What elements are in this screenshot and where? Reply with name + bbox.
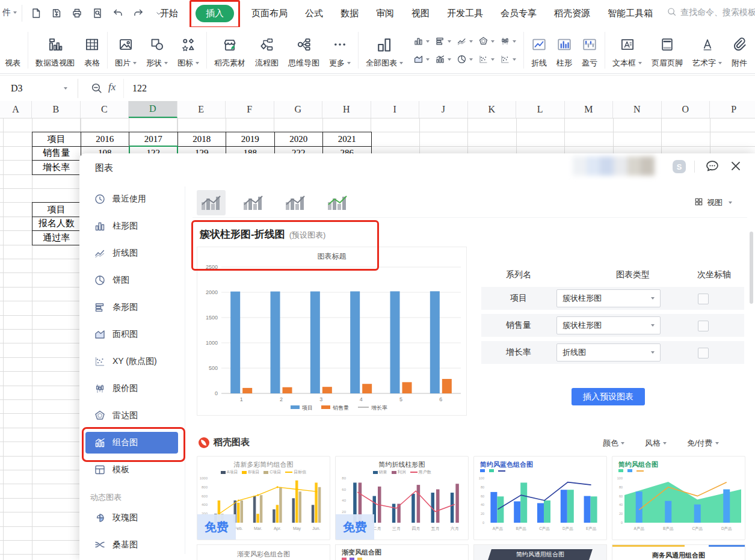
feedback-chat-icon[interactable] xyxy=(705,159,720,176)
combo-preset-thumbnail-3[interactable] xyxy=(323,190,352,215)
docer-chart-card-row2-3[interactable]: 商务风通用组合图 xyxy=(612,544,745,560)
new-file-icon[interactable] xyxy=(29,5,43,22)
column-chart-mini-button[interactable] xyxy=(410,32,432,51)
tab-member[interactable]: 会员专享 xyxy=(501,8,537,19)
ribbon-item-table[interactable]: 表格 xyxy=(79,27,105,73)
ribbon-item-picture[interactable]: 图片 xyxy=(110,27,141,73)
table-cell[interactable]: 2020 xyxy=(275,132,324,146)
column-header-N[interactable]: N xyxy=(613,101,662,118)
table-cell[interactable]: 项目 xyxy=(32,203,81,217)
line-chart-mini-button[interactable] xyxy=(454,32,475,51)
print-icon[interactable] xyxy=(70,5,84,22)
filter-style[interactable]: 风格 xyxy=(645,438,667,449)
bar-chart-mini-button[interactable] xyxy=(432,32,454,51)
column-header-J[interactable]: J xyxy=(419,101,468,118)
print-preview-icon[interactable] xyxy=(90,5,105,22)
sidebar-item-pie-chart[interactable]: 饼图 xyxy=(85,269,178,291)
table-cell[interactable]: 2021 xyxy=(323,132,372,146)
secondary-axis-checkbox-2[interactable] xyxy=(698,348,709,358)
column-header-L[interactable]: L xyxy=(516,101,565,118)
table-cell[interactable]: 2019 xyxy=(226,132,275,146)
tab-data[interactable]: 数据 xyxy=(341,8,359,19)
file-menu-partial[interactable]: 件 xyxy=(2,7,17,18)
docer-chart-card-1[interactable]: 简约折线柱形图销量利润用户数20406080二月三月四月五月六月免费 xyxy=(335,456,469,540)
ribbon-item-pivot-chart[interactable]: 数据透视图 xyxy=(31,27,79,73)
s-badge-icon[interactable]: S xyxy=(673,160,686,173)
docer-chart-card-row2-2[interactable]: 简约风通用组合图 xyxy=(473,544,607,560)
ribbon-item-store[interactable]: 稻壳素材 xyxy=(209,27,250,73)
sidebar-item-recent[interactable]: 最近使用 xyxy=(85,188,178,210)
sidebar-item-xy-scatter[interactable]: XY (散点图) xyxy=(85,351,178,372)
export-icon[interactable] xyxy=(49,5,64,22)
combo-preset-thumbnail-1[interactable] xyxy=(239,190,268,215)
column-header-A[interactable]: A xyxy=(0,101,32,118)
sidebar-item-line-chart[interactable]: 折线图 xyxy=(85,242,178,264)
tab-page-layout[interactable]: 页面布局 xyxy=(251,8,288,19)
docer-chart-card-0[interactable]: 清新多彩简约组合图A项目B项目C项目目标值2004006008001000Feb… xyxy=(197,456,330,540)
undo-icon[interactable] xyxy=(111,5,125,22)
sidebar-item-area-chart[interactable]: 面积图 xyxy=(85,324,178,345)
stock-chart-mini-button[interactable] xyxy=(497,32,519,51)
ribbon-item-shapes[interactable]: 形状 xyxy=(141,27,173,73)
formula-input[interactable]: 122 xyxy=(123,79,755,98)
column-header-M[interactable]: M xyxy=(565,101,614,118)
ribbon-item-mindmap[interactable]: 思维导图 xyxy=(283,27,324,73)
sidebar-item-sankey-chart[interactable]: 桑基图 xyxy=(85,534,178,556)
column-header-H[interactable]: H xyxy=(322,101,371,118)
docer-chart-card-3[interactable]: 简约风组合图020406080100A产品B产品C产品D产品 xyxy=(612,456,745,540)
sidebar-item-template[interactable]: 模板 xyxy=(85,459,178,481)
ribbon-item-pivot-table-partial[interactable]: 视表 xyxy=(0,27,25,73)
secondary-axis-checkbox-1[interactable] xyxy=(698,321,709,331)
tab-insert[interactable]: 插入 xyxy=(196,5,234,22)
chart-type-select-2[interactable]: 折线图 xyxy=(556,343,661,362)
column-header-K[interactable]: K xyxy=(468,101,517,118)
table-cell[interactable]: 2018 xyxy=(178,132,227,146)
combo-preset-thumbnail-0[interactable] xyxy=(197,190,226,215)
ribbon-item-textbox[interactable]: 文本框 xyxy=(608,27,647,73)
ribbon-item-header-footer[interactable]: 页眉页脚 xyxy=(647,27,688,73)
table-cell[interactable]: 报名人数 xyxy=(32,217,81,231)
table-cell[interactable]: 2016 xyxy=(81,132,130,146)
chart-type-select-0[interactable]: 簇状柱形图 xyxy=(556,289,661,307)
column-header-P[interactable]: P xyxy=(710,101,755,118)
ribbon-item-icons[interactable]: 图标 xyxy=(173,27,204,73)
chart-preview[interactable]: 图表标题 05001000150020002500123456项目销售量增长率 xyxy=(197,247,467,416)
combo-preset-thumbnail-2[interactable] xyxy=(281,190,310,215)
table-cell[interactable]: 销售量 xyxy=(32,147,81,161)
sidebar-item-combo-chart[interactable]: 组合图 xyxy=(85,432,178,454)
sidebar-item-column-chart[interactable]: 柱形图 xyxy=(85,215,178,237)
ribbon-item-spark-col[interactable]: 柱形 xyxy=(552,27,577,73)
table-cell[interactable]: 增长率 xyxy=(32,161,81,174)
close-icon[interactable] xyxy=(729,159,742,175)
name-box[interactable]: D3 xyxy=(0,79,78,98)
column-headers[interactable]: ABCDEFGHIJKLMNOP xyxy=(0,101,755,118)
column-header-O[interactable]: O xyxy=(662,101,710,118)
tab-formulas[interactable]: 公式 xyxy=(305,8,323,19)
pie-chart-mini-button[interactable] xyxy=(454,51,475,69)
ribbon-item-spark-winloss[interactable]: 盈亏 xyxy=(577,27,602,73)
redo-icon[interactable] xyxy=(131,5,146,22)
docer-chart-card-row2-0[interactable]: 渐变风彩色组合图 xyxy=(197,544,330,560)
secondary-axis-checkbox-0[interactable] xyxy=(698,294,709,304)
docer-chart-card-2[interactable]: 简约风蓝色组合图020406080100A产品B产品C产品D产品E产品 xyxy=(473,456,607,540)
dialog-scrollbar[interactable] xyxy=(750,232,753,304)
chart-type-select-1[interactable]: 簇状柱形图 xyxy=(556,316,661,334)
ribbon-item-attachment[interactable]: 附件 xyxy=(727,27,752,73)
ribbon-item-more[interactable]: 更多 xyxy=(324,27,356,73)
insert-preset-chart-button[interactable]: 插入预设图表 xyxy=(572,388,645,405)
ribbon-item-flowchart[interactable]: 流程图 xyxy=(250,27,283,73)
data-table-enrollment[interactable]: 项目报名人数通过率 xyxy=(32,202,81,245)
combo-chart-mini-button[interactable] xyxy=(432,51,454,69)
area-chart-mini-button[interactable] xyxy=(410,51,432,69)
search-command[interactable]: 查找命令、搜索模板 xyxy=(667,7,755,19)
tab-docer-resources[interactable]: 稻壳资源 xyxy=(554,8,590,19)
docer-chart-card-row2-1[interactable]: 渐变风组合图 xyxy=(335,544,469,560)
sidebar-item-stock-chart[interactable]: 股价图 xyxy=(85,378,178,399)
column-header-C[interactable]: C xyxy=(81,101,129,118)
column-header-G[interactable]: G xyxy=(274,101,323,118)
radar-chart-mini-button[interactable] xyxy=(475,32,497,51)
view-toggle[interactable]: 视图 xyxy=(694,197,732,208)
column-header-B[interactable]: B xyxy=(32,101,81,118)
column-header-I[interactable]: I xyxy=(371,101,420,118)
table-cell[interactable]: 2017 xyxy=(129,132,178,146)
